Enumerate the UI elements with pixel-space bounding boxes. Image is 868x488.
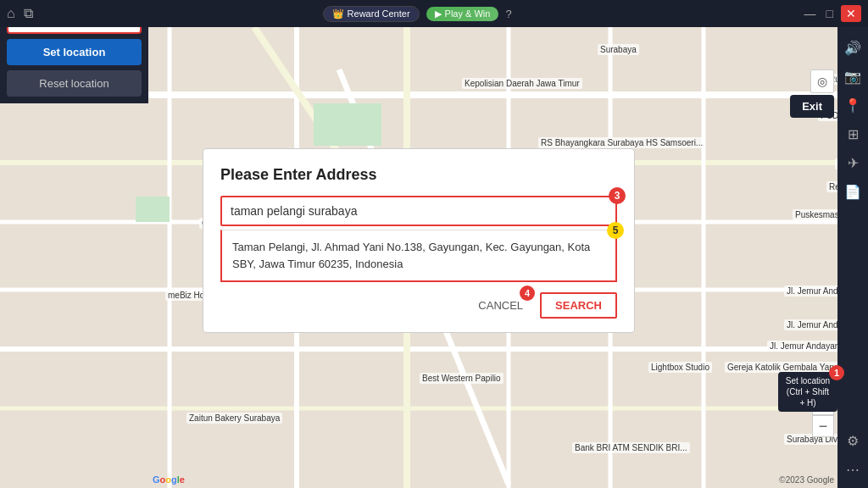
- window-icon[interactable]: ⧉: [24, 6, 33, 21]
- home-icon[interactable]: ⌂: [7, 6, 15, 21]
- reward-center-button[interactable]: 👑 Reward Center: [323, 6, 420, 22]
- crown-icon: 👑: [332, 8, 344, 19]
- sidebar-icon-location[interactable]: 📍: [841, 93, 865, 117]
- search-button[interactable]: SEARCH: [540, 292, 617, 319]
- minimize-icon[interactable]: —: [802, 7, 819, 20]
- close-icon[interactable]: ✕: [841, 5, 861, 22]
- tooltip-subtext: (Ctrl + Shift + H): [783, 386, 832, 408]
- sidebar-icon-volume[interactable]: 🔊: [841, 36, 865, 59]
- sidebar-icon-app[interactable]: ⊞: [841, 122, 865, 146]
- map-label: RS Bhayangkara Surabaya HS Samsoeri...: [538, 137, 705, 148]
- titlebar-right: — □ ✕: [802, 5, 861, 22]
- map-label: Kepolisian Daerah Jawa Timur: [462, 78, 582, 89]
- sidebar-icon-settings[interactable]: ⚙: [841, 429, 865, 452]
- cancel-button[interactable]: CANCEL 4: [470, 294, 531, 317]
- tooltip-text: Set location: [783, 375, 832, 386]
- exit-button[interactable]: Exit: [790, 95, 834, 118]
- modal-actions: CANCEL 4 SEARCH: [220, 292, 617, 319]
- modal-title: Please Enter Address: [220, 166, 617, 184]
- map-label: Bank BRI ATM SENDIK BRI...: [572, 442, 690, 453]
- cancel-step-badge: 4: [520, 286, 535, 301]
- locate-button[interactable]: ◎: [810, 69, 834, 93]
- right-sidebar: ☰ 🔊 📷 📍 ⊞ ✈ 📄 ⚙ ⋯: [837, 0, 868, 488]
- address-input[interactable]: [220, 196, 617, 226]
- map-label: Surabaya: [598, 44, 639, 55]
- reward-label: Reward Center: [348, 8, 410, 19]
- titlebar: ⌂ ⧉ 👑 Reward Center ▶ Play & Win ? — □ ✕: [0, 0, 868, 27]
- modal-input-container: 3: [220, 196, 617, 226]
- suggestion-item[interactable]: Taman Pelangi, Jl. Ahmad Yani No.138, Ga…: [220, 230, 617, 282]
- titlebar-left: ⌂ ⧉: [7, 6, 33, 21]
- reset-location-button[interactable]: Reset location: [7, 70, 142, 97]
- set-location-tooltip[interactable]: 1 Set location (Ctrl + Shift + H): [778, 372, 837, 412]
- help-icon[interactable]: ?: [505, 8, 511, 20]
- cancel-label: CANCEL: [478, 299, 523, 312]
- sidebar-icon-file[interactable]: 📄: [841, 180, 865, 203]
- sidebar-icon-more[interactable]: ⋯: [841, 458, 865, 481]
- input-step-badge: 3: [609, 187, 626, 204]
- maximize-icon[interactable]: □: [824, 7, 836, 20]
- play-icon: ▶: [435, 8, 442, 19]
- google-logo: Google: [153, 474, 185, 485]
- titlebar-center: 👑 Reward Center ▶ Play & Win ?: [323, 6, 512, 22]
- copyright-text: ©2023 Google: [779, 475, 834, 485]
- suggestion-step-badge: 5: [607, 222, 624, 239]
- sidebar-icon-camera[interactable]: 📷: [841, 64, 865, 88]
- map-label: Lightbox Studio: [648, 362, 712, 373]
- map-label: Zaitun Bakery Surabaya: [186, 413, 282, 424]
- sidebar-icon-plane[interactable]: ✈: [841, 151, 865, 175]
- play-win-button[interactable]: ▶ Play & Win: [426, 7, 499, 21]
- address-modal: Please Enter Address 3 Taman Pelangi, Jl…: [203, 148, 635, 333]
- play-label: Play & Win: [445, 8, 491, 19]
- map-label: Best Western Papilio: [420, 373, 504, 384]
- zoom-out-button[interactable]: −: [812, 415, 834, 437]
- set-location-button[interactable]: Set location: [7, 39, 142, 65]
- suggestion-text: Taman Pelangi, Jl. Ahmad Yani No.138, Ga…: [232, 241, 590, 270]
- step-1-badge: 1: [829, 365, 844, 380]
